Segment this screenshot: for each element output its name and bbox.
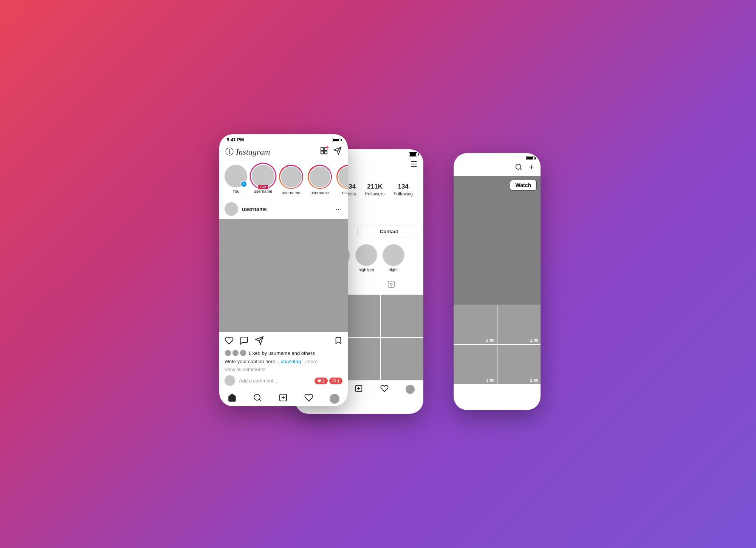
followers-label: Followers	[365, 191, 384, 197]
nav-heart[interactable]	[304, 393, 313, 404]
highlight-item-3[interactable]: highlight	[355, 244, 377, 272]
nav-avatar[interactable]	[330, 394, 339, 404]
grid-cell-6[interactable]	[381, 338, 423, 380]
story-ring-3	[279, 165, 303, 189]
action-left	[225, 336, 264, 347]
story-label-3: username	[282, 190, 301, 195]
svg-point-14	[390, 283, 392, 285]
video-time-1: 2:00	[486, 338, 494, 342]
header-left: ⓘ Instagram	[225, 146, 270, 158]
nav-search[interactable]	[253, 393, 262, 404]
right-search-icon[interactable]	[515, 163, 522, 172]
grid-cell-3[interactable]	[381, 295, 423, 337]
camera-icon[interactable]: ⓘ	[225, 146, 234, 158]
stories-row: + You LIVE username username	[219, 161, 348, 199]
video-time-2: 1:00	[530, 338, 538, 342]
highlight-circle-3	[355, 244, 377, 266]
caption-row: Write your caption here... #hashtag ...m…	[219, 358, 348, 366]
nav-home[interactable]	[228, 393, 237, 404]
nav-add[interactable]	[279, 393, 288, 404]
caption-more[interactable]: ...more	[302, 359, 318, 364]
notif-comment: 1	[329, 378, 342, 384]
liked-by-text: Liked by usurname and others	[249, 350, 315, 356]
story-ring-4	[308, 165, 332, 189]
video-time-4: 2:00	[530, 378, 538, 382]
highlight-circle-4	[383, 244, 404, 266]
instagram-logo: Instagram	[236, 147, 270, 157]
hamburger-icon[interactable]: ☰	[411, 159, 417, 169]
story-label-5: userna	[342, 190, 348, 195]
header-right	[320, 147, 342, 157]
status-bar-feed: 9:41 PM	[219, 134, 348, 144]
svg-line-5	[259, 399, 261, 401]
stat-followers[interactable]: 211K Followers	[365, 183, 384, 197]
video-cell-4[interactable]: 2:00	[497, 345, 541, 384]
video-cell-2[interactable]: 1:00	[497, 305, 541, 344]
add-story-btn[interactable]: +	[240, 181, 247, 187]
view-comments[interactable]: View all comments	[219, 366, 348, 373]
caption-text: Write your caption here...	[225, 359, 279, 364]
phone-feed: 9:41 PM ⓘ Instagram	[219, 134, 348, 406]
profile-stats: 334 Posts 211K Followers 134 Following	[345, 183, 413, 197]
like-bubbles	[225, 350, 246, 356]
contact-button[interactable]: Contact	[361, 226, 417, 237]
highlight-item-4[interactable]: highli	[383, 244, 404, 272]
story-item-5[interactable]: userna	[336, 165, 348, 195]
post-header: username ⋯	[219, 199, 348, 219]
activity-badge	[326, 146, 329, 149]
battery-icon-profile	[409, 152, 417, 156]
following-count: 134	[398, 183, 408, 190]
time-label: 9:41 PM	[227, 137, 244, 142]
share-button[interactable]	[255, 336, 264, 347]
nav2-heart[interactable]	[380, 384, 389, 394]
stat-following[interactable]: 134 Following	[393, 183, 413, 197]
notif-comment-count: 1	[337, 379, 339, 383]
direct-icon[interactable]	[333, 147, 342, 157]
more-dots[interactable]: ⋯	[335, 205, 342, 213]
video-main-area: Watch	[454, 176, 541, 305]
svg-point-4	[254, 394, 260, 400]
live-story-avatar: LIVE	[252, 165, 274, 187]
hashtag-text[interactable]: #hashtag	[281, 359, 301, 364]
svg-rect-3	[324, 151, 327, 154]
tab-tag-icon[interactable]	[387, 280, 395, 291]
comment-row: Add a comment... 2 1	[219, 373, 348, 389]
live-badge: LIVE	[257, 185, 269, 190]
like-bubble-3	[240, 350, 246, 356]
story-inner-3	[280, 166, 302, 188]
nav2-profile[interactable]	[406, 385, 415, 394]
likes-text: Liked by usurname and others	[249, 350, 315, 356]
comment-button[interactable]	[240, 336, 249, 347]
feed-header: ⓘ Instagram	[219, 144, 348, 161]
svg-line-23	[520, 169, 522, 170]
battery-icon-right	[526, 156, 534, 160]
followers-count: 211K	[367, 183, 383, 190]
notif-like: 2	[314, 378, 328, 384]
highlight-label-4: highli	[389, 268, 398, 272]
video-cell-3[interactable]: 3:00	[454, 345, 497, 384]
story-inner-4	[309, 166, 331, 188]
story-item-3[interactable]: username	[279, 165, 303, 195]
story-item-4[interactable]: username	[308, 165, 332, 195]
watch-button[interactable]: Watch	[510, 180, 537, 190]
right-add-icon[interactable]	[528, 163, 535, 172]
following-label: Following	[393, 191, 413, 197]
story-item-live[interactable]: LIVE username	[252, 165, 274, 195]
post-image	[219, 219, 348, 332]
notif-like-count: 2	[322, 379, 325, 383]
video-cell-1[interactable]: 2:00	[454, 305, 497, 344]
nav2-add[interactable]	[355, 384, 363, 394]
likes-row: Liked by usurname and others	[219, 350, 348, 358]
story-item-you[interactable]: + You	[225, 165, 247, 195]
right-header	[454, 162, 541, 176]
video-time-3: 3:00	[486, 378, 494, 382]
notification-bubble: 2 1	[314, 378, 342, 384]
video-grid: 2:00 1:00 3:00 2:00	[454, 305, 541, 384]
bookmark-button[interactable]	[334, 336, 342, 347]
activity-icon[interactable]	[320, 147, 328, 157]
svg-rect-0	[321, 148, 324, 150]
like-button[interactable]	[225, 336, 234, 347]
battery-icon	[332, 138, 340, 142]
phones-container: 9:41 PM ⓘ Instagram	[208, 104, 548, 444]
like-bubble-1	[225, 350, 231, 356]
